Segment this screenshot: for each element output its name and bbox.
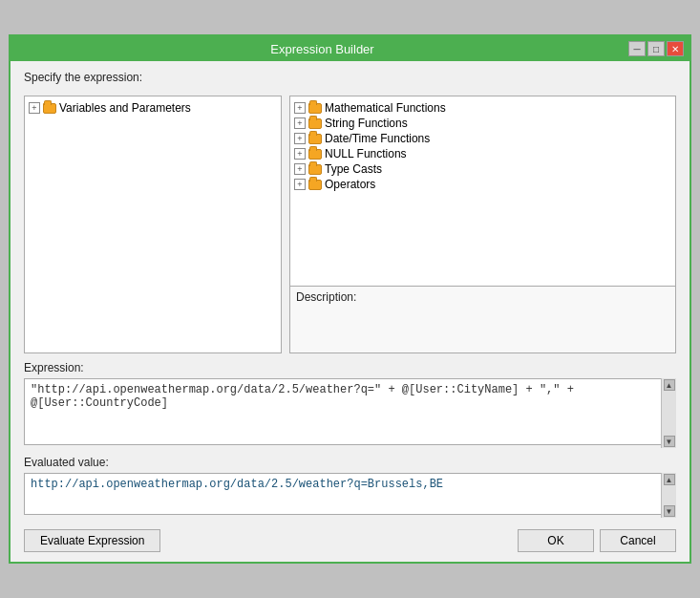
expand-icon-math[interactable]: +: [294, 102, 306, 114]
right-panels: + Mathematical Functions + String Functi…: [289, 96, 676, 353]
tree-item-math[interactable]: + Mathematical Functions: [294, 100, 671, 116]
tree-item-operators[interactable]: + Operators: [294, 177, 671, 192]
cancel-button[interactable]: Cancel: [600, 529, 676, 552]
expand-icon-datetime[interactable]: +: [294, 133, 306, 144]
evaluated-input[interactable]: [24, 473, 676, 515]
evaluated-scrollbar[interactable]: ▲ ▼: [661, 473, 676, 518]
ok-cancel-group: OK Cancel: [518, 529, 676, 552]
tree-item-string-label: String Functions: [325, 117, 408, 130]
eval-scroll-down-arrow[interactable]: ▼: [664, 505, 675, 517]
folder-icon-datetime: [308, 134, 322, 144]
expand-icon-operators[interactable]: +: [294, 179, 306, 190]
folder-icon-typecasts: [308, 164, 322, 175]
tree-item-datetime-label: Date/Time Functions: [325, 132, 430, 145]
tree-item-variables[interactable]: + Variables and Parameters: [29, 100, 277, 116]
ok-button[interactable]: OK: [518, 529, 594, 552]
expression-builder-window: Expression Builder ─ □ ✕ Specify the exp…: [9, 34, 691, 564]
tree-item-null[interactable]: + NULL Functions: [294, 146, 671, 161]
tree-item-typecasts-label: Type Casts: [325, 162, 382, 176]
window-controls: ─ □ ✕: [628, 41, 684, 56]
window-title: Expression Builder: [16, 42, 628, 56]
tree-item-math-label: Mathematical Functions: [325, 101, 446, 115]
expression-section: Expression: ▲ ▼: [24, 361, 676, 448]
scroll-up-arrow[interactable]: ▲: [664, 379, 675, 391]
folder-icon-string: [308, 118, 322, 129]
tree-item-null-label: NULL Functions: [325, 147, 407, 160]
expression-input[interactable]: [24, 378, 676, 445]
tree-item-variables-label: Variables and Parameters: [59, 101, 191, 115]
expression-label: Expression:: [24, 361, 676, 374]
tree-item-operators-label: Operators: [325, 178, 375, 191]
left-panel[interactable]: + Variables and Parameters: [24, 96, 282, 353]
expand-icon-string[interactable]: +: [294, 117, 306, 129]
eval-scroll-up-arrow[interactable]: ▲: [664, 474, 675, 485]
buttons-row: Evaluate Expression OK Cancel: [24, 529, 676, 552]
tree-item-datetime[interactable]: + Date/Time Functions: [294, 131, 671, 146]
specify-expression-label: Specify the expression:: [24, 71, 676, 84]
expand-icon-null[interactable]: +: [294, 148, 306, 160]
folder-icon-variables: [43, 103, 56, 114]
expression-scrollbar[interactable]: ▲ ▼: [661, 378, 676, 448]
expand-icon-variables[interactable]: +: [29, 102, 40, 114]
folder-icon-math: [308, 103, 322, 114]
scroll-down-arrow[interactable]: ▼: [664, 436, 675, 447]
description-panel: Description:: [289, 287, 676, 353]
right-top-panel[interactable]: + Mathematical Functions + String Functi…: [289, 96, 676, 287]
folder-icon-null: [308, 149, 322, 160]
evaluated-wrapper: ▲ ▼: [24, 473, 676, 518]
folder-icon-operators: [308, 180, 322, 190]
window-body: Specify the expression: + Variables and …: [11, 61, 689, 562]
expression-wrapper: ▲ ▼: [24, 378, 676, 448]
expand-icon-typecasts[interactable]: +: [294, 163, 306, 175]
tree-item-string[interactable]: + String Functions: [294, 116, 671, 131]
minimize-button[interactable]: ─: [628, 41, 646, 56]
tree-item-typecasts[interactable]: + Type Casts: [294, 161, 671, 177]
titlebar: Expression Builder ─ □ ✕: [11, 36, 689, 61]
evaluated-label: Evaluated value:: [24, 456, 676, 469]
evaluated-section: Evaluated value: ▲ ▼: [24, 456, 676, 518]
close-button[interactable]: ✕: [667, 41, 684, 56]
evaluate-button[interactable]: Evaluate Expression: [24, 529, 160, 552]
description-label: Description:: [296, 290, 669, 304]
panels-row: + Variables and Parameters + Mathematica…: [24, 96, 676, 353]
maximize-button[interactable]: □: [647, 41, 665, 56]
